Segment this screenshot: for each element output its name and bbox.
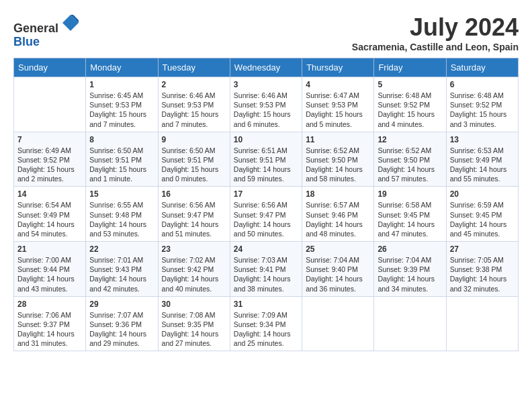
day-info: Sunrise: 7:05 AMSunset: 9:38 PMDaylight:… (450, 255, 515, 293)
calendar-cell: 4Sunrise: 6:47 AMSunset: 9:53 PMDaylight… (302, 77, 374, 132)
day-number: 24 (234, 244, 298, 254)
day-number: 20 (450, 189, 515, 199)
day-number: 4 (306, 80, 370, 89)
svg-marker-0 (62, 15, 79, 31)
calendar-col-saturday: Saturday (446, 58, 518, 77)
calendar-cell: 17Sunrise: 6:56 AMSunset: 9:47 PMDayligh… (230, 187, 302, 242)
logo: General Blue (13, 13, 80, 49)
day-number: 17 (234, 189, 298, 199)
day-number: 9 (162, 135, 226, 144)
day-info: Sunrise: 7:03 AMSunset: 9:41 PMDaylight:… (234, 255, 298, 293)
calendar-cell (446, 296, 518, 351)
day-info: Sunrise: 7:08 AMSunset: 9:35 PMDaylight:… (162, 310, 226, 349)
calendar-cell: 27Sunrise: 7:05 AMSunset: 9:38 PMDayligh… (446, 242, 518, 297)
calendar-cell: 25Sunrise: 7:04 AMSunset: 9:40 PMDayligh… (302, 242, 374, 297)
day-info: Sunrise: 6:55 AMSunset: 9:48 PMDaylight:… (89, 200, 154, 238)
calendar-cell: 21Sunrise: 7:00 AMSunset: 9:44 PMDayligh… (14, 242, 86, 297)
day-info: Sunrise: 6:56 AMSunset: 9:47 PMDaylight:… (162, 200, 226, 238)
calendar-week-3: 14Sunrise: 6:54 AMSunset: 9:49 PMDayligh… (14, 187, 519, 242)
calendar-cell: 8Sunrise: 6:50 AMSunset: 9:51 PMDaylight… (86, 132, 158, 187)
day-info: Sunrise: 6:51 AMSunset: 9:51 PMDaylight:… (234, 146, 298, 184)
day-number: 8 (89, 135, 154, 144)
day-info: Sunrise: 6:46 AMSunset: 9:53 PMDaylight:… (234, 91, 298, 129)
day-info: Sunrise: 7:06 AMSunset: 9:37 PMDaylight:… (17, 310, 82, 349)
day-number: 2 (162, 80, 226, 89)
day-number: 5 (378, 80, 442, 89)
calendar-col-monday: Monday (86, 58, 158, 77)
calendar-cell: 11Sunrise: 6:52 AMSunset: 9:50 PMDayligh… (302, 132, 374, 187)
calendar-header-row: SundayMondayTuesdayWednesdayThursdayFrid… (14, 58, 519, 77)
calendar-cell: 6Sunrise: 6:48 AMSunset: 9:52 PMDaylight… (446, 77, 518, 132)
calendar-col-tuesday: Tuesday (158, 58, 230, 77)
calendar-cell: 29Sunrise: 7:07 AMSunset: 9:36 PMDayligh… (86, 296, 158, 351)
calendar-week-4: 21Sunrise: 7:00 AMSunset: 9:44 PMDayligh… (14, 242, 519, 297)
day-number: 15 (89, 189, 154, 199)
day-info: Sunrise: 6:52 AMSunset: 9:50 PMDaylight:… (306, 146, 370, 184)
day-info: Sunrise: 7:00 AMSunset: 9:44 PMDaylight:… (17, 255, 82, 293)
day-number: 7 (17, 135, 82, 144)
day-number: 18 (306, 189, 370, 199)
calendar-col-sunday: Sunday (14, 58, 86, 77)
day-number: 31 (234, 300, 298, 309)
day-number: 16 (162, 189, 226, 199)
calendar-cell: 28Sunrise: 7:06 AMSunset: 9:37 PMDayligh… (14, 296, 86, 351)
day-number: 21 (17, 244, 82, 254)
calendar-cell: 23Sunrise: 7:02 AMSunset: 9:42 PMDayligh… (158, 242, 230, 297)
day-info: Sunrise: 7:04 AMSunset: 9:40 PMDaylight:… (306, 255, 370, 293)
day-number: 1 (89, 80, 154, 89)
page-container: General Blue July 2024 Sacramenia, Casti… (13, 13, 519, 351)
day-number: 22 (89, 244, 154, 254)
calendar-cell (14, 77, 86, 132)
day-number: 25 (306, 244, 370, 254)
logo-blue-text: Blue (13, 35, 40, 48)
day-number: 12 (378, 135, 442, 144)
calendar-cell: 14Sunrise: 6:54 AMSunset: 9:49 PMDayligh… (14, 187, 86, 242)
day-number: 29 (89, 300, 154, 309)
calendar-cell: 10Sunrise: 6:51 AMSunset: 9:51 PMDayligh… (230, 132, 302, 187)
day-info: Sunrise: 6:50 AMSunset: 9:51 PMDaylight:… (162, 146, 226, 184)
calendar-cell: 26Sunrise: 7:04 AMSunset: 9:39 PMDayligh… (374, 242, 446, 297)
page-header: General Blue July 2024 Sacramenia, Casti… (13, 13, 519, 52)
day-info: Sunrise: 6:57 AMSunset: 9:46 PMDaylight:… (306, 200, 370, 238)
day-number: 28 (17, 300, 82, 309)
calendar-cell: 19Sunrise: 6:58 AMSunset: 9:45 PMDayligh… (374, 187, 446, 242)
calendar-cell: 7Sunrise: 6:49 AMSunset: 9:52 PMDaylight… (14, 132, 86, 187)
day-number: 26 (378, 244, 442, 254)
calendar-week-5: 28Sunrise: 7:06 AMSunset: 9:37 PMDayligh… (14, 296, 519, 351)
calendar-cell: 1Sunrise: 6:45 AMSunset: 9:53 PMDaylight… (86, 77, 158, 132)
calendar-cell: 9Sunrise: 6:50 AMSunset: 9:51 PMDaylight… (158, 132, 230, 187)
calendar-col-wednesday: Wednesday (230, 58, 302, 77)
day-info: Sunrise: 6:48 AMSunset: 9:52 PMDaylight:… (450, 91, 515, 129)
day-number: 23 (162, 244, 226, 254)
day-number: 19 (378, 189, 442, 199)
day-info: Sunrise: 6:48 AMSunset: 9:52 PMDaylight:… (378, 91, 442, 129)
day-info: Sunrise: 7:01 AMSunset: 9:43 PMDaylight:… (89, 255, 154, 293)
calendar-cell: 20Sunrise: 6:59 AMSunset: 9:45 PMDayligh… (446, 187, 518, 242)
title-block: July 2024 Sacramenia, Castille and Leon,… (352, 13, 519, 52)
calendar-cell: 30Sunrise: 7:08 AMSunset: 9:35 PMDayligh… (158, 296, 230, 351)
day-info: Sunrise: 7:04 AMSunset: 9:39 PMDaylight:… (378, 255, 442, 293)
calendar-table: SundayMondayTuesdayWednesdayThursdayFrid… (13, 58, 519, 351)
calendar-cell: 18Sunrise: 6:57 AMSunset: 9:46 PMDayligh… (302, 187, 374, 242)
calendar-cell: 16Sunrise: 6:56 AMSunset: 9:47 PMDayligh… (158, 187, 230, 242)
location-title: Sacramenia, Castille and Leon, Spain (352, 42, 519, 52)
day-info: Sunrise: 7:09 AMSunset: 9:34 PMDaylight:… (234, 310, 298, 349)
calendar-cell: 13Sunrise: 6:53 AMSunset: 9:49 PMDayligh… (446, 132, 518, 187)
day-info: Sunrise: 6:53 AMSunset: 9:49 PMDaylight:… (450, 146, 515, 184)
calendar-cell: 22Sunrise: 7:01 AMSunset: 9:43 PMDayligh… (86, 242, 158, 297)
day-number: 14 (17, 189, 82, 199)
calendar-cell: 5Sunrise: 6:48 AMSunset: 9:52 PMDaylight… (374, 77, 446, 132)
day-info: Sunrise: 6:50 AMSunset: 9:51 PMDaylight:… (89, 146, 154, 184)
calendar-cell: 24Sunrise: 7:03 AMSunset: 9:41 PMDayligh… (230, 242, 302, 297)
day-info: Sunrise: 7:02 AMSunset: 9:42 PMDaylight:… (162, 255, 226, 293)
calendar-week-2: 7Sunrise: 6:49 AMSunset: 9:52 PMDaylight… (14, 132, 519, 187)
day-info: Sunrise: 6:56 AMSunset: 9:47 PMDaylight:… (234, 200, 298, 238)
day-number: 10 (234, 135, 298, 144)
calendar-cell: 2Sunrise: 6:46 AMSunset: 9:53 PMDaylight… (158, 77, 230, 132)
calendar-cell (374, 296, 446, 351)
day-info: Sunrise: 6:47 AMSunset: 9:53 PMDaylight:… (306, 91, 370, 129)
calendar-cell: 31Sunrise: 7:09 AMSunset: 9:34 PMDayligh… (230, 296, 302, 351)
day-number: 6 (450, 80, 515, 89)
day-number: 13 (450, 135, 515, 144)
day-info: Sunrise: 6:59 AMSunset: 9:45 PMDaylight:… (450, 200, 515, 238)
